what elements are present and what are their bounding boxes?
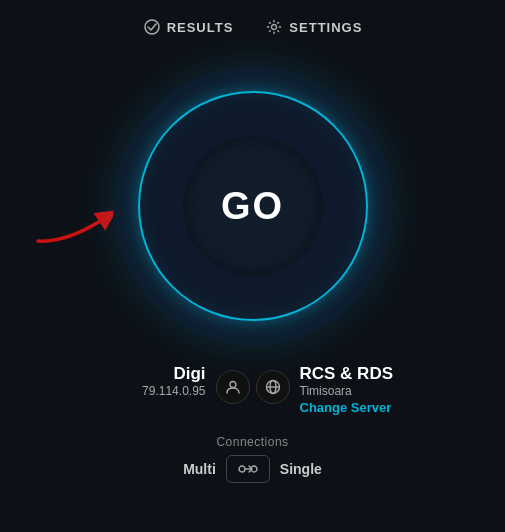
svg-point-7 [239,466,245,472]
speed-ring: GO [113,66,393,346]
settings-icon [265,18,283,36]
svg-point-0 [145,20,159,34]
change-server-button[interactable]: Change Server [300,400,392,415]
server-location: Timisoara [300,384,352,398]
user-icon-button[interactable] [216,370,250,404]
icons-center [206,370,300,404]
teal-ring: GO [138,91,368,321]
connections-label: Connections [216,435,288,449]
info-section: Digi 79.114.0.95 RCS & RDS Timisoara [0,364,505,415]
connections-toggle[interactable] [226,455,270,483]
ip-address: 79.114.0.95 [142,384,205,398]
connections-section: Connections Multi Single [0,435,505,483]
connections-row: Multi Single [183,455,322,483]
svg-point-3 [230,382,236,388]
results-nav[interactable]: RESULTS [143,18,234,36]
multi-option[interactable]: Multi [183,461,216,477]
info-right: RCS & RDS Timisoara Change Server [300,364,446,415]
single-option[interactable]: Single [280,461,322,477]
results-label: RESULTS [167,20,234,35]
settings-nav[interactable]: SETTINGS [265,18,362,36]
header: RESULTS SETTINGS [0,0,505,46]
results-icon [143,18,161,36]
go-button[interactable]: GO [183,136,323,276]
svg-point-1 [272,25,277,30]
info-left: Digi 79.114.0.95 [60,364,206,398]
settings-label: SETTINGS [289,20,362,35]
server-name: RCS & RDS [300,364,394,384]
isp-name: Digi [173,364,205,384]
globe-icon-button[interactable] [256,370,290,404]
main-area: GO Digi 79.114.0.95 [0,46,505,532]
